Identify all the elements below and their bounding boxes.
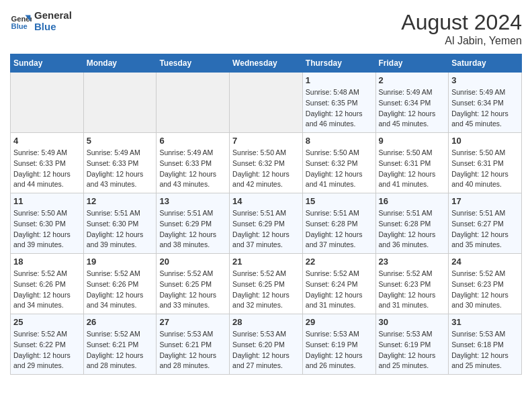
- weekday-header-tuesday: Tuesday: [157, 54, 230, 73]
- day-number: 24: [451, 257, 519, 267]
- day-info: Sunrise: 5:52 AM Sunset: 6:22 PM Dayligh…: [13, 329, 81, 371]
- svg-text:Blue: Blue: [11, 22, 28, 30]
- day-number: 17: [451, 196, 519, 206]
- day-info: Sunrise: 5:52 AM Sunset: 6:25 PM Dayligh…: [232, 269, 300, 311]
- calendar-cell: 5Sunrise: 5:49 AM Sunset: 6:33 PM Daylig…: [83, 133, 157, 193]
- calendar-cell: 28Sunrise: 5:53 AM Sunset: 6:20 PM Dayli…: [230, 314, 303, 375]
- calendar-week-2: 4Sunrise: 5:49 AM Sunset: 6:33 PM Daylig…: [11, 133, 522, 193]
- day-number: 18: [13, 257, 81, 267]
- day-info: Sunrise: 5:53 AM Sunset: 6:21 PM Dayligh…: [159, 329, 226, 371]
- day-info: Sunrise: 5:50 AM Sunset: 6:32 PM Dayligh…: [306, 148, 373, 190]
- weekday-header-wednesday: Wednesday: [230, 54, 303, 73]
- day-info: Sunrise: 5:49 AM Sunset: 6:33 PM Dayligh…: [13, 148, 81, 190]
- location-subtitle: Al Jabin, Yemen: [401, 35, 522, 47]
- calendar-cell: 31Sunrise: 5:53 AM Sunset: 6:18 PM Dayli…: [449, 314, 522, 375]
- day-info: Sunrise: 5:52 AM Sunset: 6:26 PM Dayligh…: [13, 269, 81, 311]
- day-info: Sunrise: 5:53 AM Sunset: 6:19 PM Dayligh…: [379, 329, 446, 371]
- day-number: 22: [306, 257, 373, 267]
- calendar-cell: 23Sunrise: 5:52 AM Sunset: 6:23 PM Dayli…: [375, 254, 449, 314]
- day-number: 31: [451, 317, 519, 327]
- day-number: 5: [87, 136, 154, 146]
- calendar-cell: [230, 73, 303, 133]
- calendar-cell: 30Sunrise: 5:53 AM Sunset: 6:19 PM Dayli…: [375, 314, 449, 375]
- day-number: 29: [306, 317, 373, 327]
- day-number: 10: [451, 136, 519, 146]
- calendar-cell: [83, 73, 157, 133]
- day-info: Sunrise: 5:51 AM Sunset: 6:27 PM Dayligh…: [451, 208, 519, 250]
- day-info: Sunrise: 5:49 AM Sunset: 6:33 PM Dayligh…: [87, 148, 154, 190]
- day-info: Sunrise: 5:52 AM Sunset: 6:24 PM Dayligh…: [306, 269, 373, 311]
- day-info: Sunrise: 5:53 AM Sunset: 6:20 PM Dayligh…: [232, 329, 300, 371]
- day-number: 12: [87, 196, 154, 206]
- day-number: 11: [13, 196, 81, 206]
- day-info: Sunrise: 5:52 AM Sunset: 6:23 PM Dayligh…: [451, 269, 519, 311]
- calendar-week-5: 25Sunrise: 5:52 AM Sunset: 6:22 PM Dayli…: [11, 314, 522, 375]
- calendar-header: SundayMondayTuesdayWednesdayThursdayFrid…: [11, 54, 522, 73]
- calendar-cell: 18Sunrise: 5:52 AM Sunset: 6:26 PM Dayli…: [11, 254, 84, 314]
- month-year-title: August 2024: [401, 10, 522, 35]
- day-number: 13: [159, 196, 226, 206]
- title-area: August 2024 Al Jabin, Yemen: [401, 10, 522, 47]
- calendar-cell: 16Sunrise: 5:51 AM Sunset: 6:28 PM Dayli…: [375, 193, 449, 254]
- day-info: Sunrise: 5:52 AM Sunset: 6:21 PM Dayligh…: [87, 329, 154, 371]
- calendar-cell: 13Sunrise: 5:51 AM Sunset: 6:29 PM Dayli…: [157, 193, 230, 254]
- day-number: 16: [379, 196, 446, 206]
- calendar-cell: 11Sunrise: 5:50 AM Sunset: 6:30 PM Dayli…: [11, 193, 84, 254]
- day-number: 27: [159, 317, 226, 327]
- logo-line2: Blue: [34, 21, 72, 33]
- page-header: General Blue General Blue August 2024 Al…: [10, 10, 522, 47]
- calendar-week-1: 1Sunrise: 5:48 AM Sunset: 6:35 PM Daylig…: [11, 73, 522, 133]
- day-info: Sunrise: 5:51 AM Sunset: 6:28 PM Dayligh…: [306, 208, 373, 250]
- day-info: Sunrise: 5:51 AM Sunset: 6:29 PM Dayligh…: [159, 208, 226, 250]
- day-info: Sunrise: 5:50 AM Sunset: 6:30 PM Dayligh…: [13, 208, 81, 250]
- logo-line1: General: [34, 10, 72, 21]
- day-number: 23: [379, 257, 446, 267]
- day-number: 3: [451, 75, 519, 85]
- calendar-cell: 2Sunrise: 5:49 AM Sunset: 6:34 PM Daylig…: [375, 73, 449, 133]
- calendar-week-4: 18Sunrise: 5:52 AM Sunset: 6:26 PM Dayli…: [11, 254, 522, 314]
- calendar-week-3: 11Sunrise: 5:50 AM Sunset: 6:30 PM Dayli…: [11, 193, 522, 254]
- calendar-cell: 6Sunrise: 5:49 AM Sunset: 6:33 PM Daylig…: [157, 133, 230, 193]
- day-number: 2: [379, 75, 446, 85]
- calendar-cell: 1Sunrise: 5:48 AM Sunset: 6:35 PM Daylig…: [302, 73, 375, 133]
- weekday-header-thursday: Thursday: [302, 54, 375, 73]
- day-number: 26: [87, 317, 154, 327]
- day-info: Sunrise: 5:52 AM Sunset: 6:25 PM Dayligh…: [159, 269, 226, 311]
- day-info: Sunrise: 5:49 AM Sunset: 6:34 PM Dayligh…: [379, 87, 446, 130]
- calendar-table: SundayMondayTuesdayWednesdayThursdayFrid…: [10, 54, 522, 375]
- calendar-cell: 29Sunrise: 5:53 AM Sunset: 6:19 PM Dayli…: [302, 314, 375, 375]
- calendar-cell: 27Sunrise: 5:53 AM Sunset: 6:21 PM Dayli…: [157, 314, 230, 375]
- day-info: Sunrise: 5:51 AM Sunset: 6:30 PM Dayligh…: [87, 208, 154, 250]
- day-number: 6: [159, 136, 226, 146]
- day-info: Sunrise: 5:50 AM Sunset: 6:31 PM Dayligh…: [451, 148, 519, 190]
- day-info: Sunrise: 5:51 AM Sunset: 6:28 PM Dayligh…: [379, 208, 446, 250]
- logo-icon: General Blue: [10, 11, 32, 32]
- calendar-cell: 26Sunrise: 5:52 AM Sunset: 6:21 PM Dayli…: [83, 314, 157, 375]
- day-info: Sunrise: 5:51 AM Sunset: 6:29 PM Dayligh…: [232, 208, 300, 250]
- weekday-header-friday: Friday: [375, 54, 449, 73]
- weekday-header-sunday: Sunday: [11, 54, 84, 73]
- calendar-cell: 25Sunrise: 5:52 AM Sunset: 6:22 PM Dayli…: [11, 314, 84, 375]
- day-info: Sunrise: 5:50 AM Sunset: 6:32 PM Dayligh…: [232, 148, 300, 190]
- calendar-cell: [157, 73, 230, 133]
- calendar-cell: 20Sunrise: 5:52 AM Sunset: 6:25 PM Dayli…: [157, 254, 230, 314]
- calendar-cell: 7Sunrise: 5:50 AM Sunset: 6:32 PM Daylig…: [230, 133, 303, 193]
- weekday-row: SundayMondayTuesdayWednesdayThursdayFrid…: [11, 54, 522, 73]
- calendar-cell: 24Sunrise: 5:52 AM Sunset: 6:23 PM Dayli…: [449, 254, 522, 314]
- calendar-cell: 15Sunrise: 5:51 AM Sunset: 6:28 PM Dayli…: [302, 193, 375, 254]
- day-info: Sunrise: 5:53 AM Sunset: 6:19 PM Dayligh…: [306, 329, 373, 371]
- calendar-cell: [11, 73, 84, 133]
- day-number: 9: [379, 136, 446, 146]
- day-info: Sunrise: 5:53 AM Sunset: 6:18 PM Dayligh…: [451, 329, 519, 371]
- logo: General Blue General Blue: [10, 10, 72, 32]
- day-number: 8: [306, 136, 373, 146]
- calendar-cell: 10Sunrise: 5:50 AM Sunset: 6:31 PM Dayli…: [449, 133, 522, 193]
- calendar-cell: 12Sunrise: 5:51 AM Sunset: 6:30 PM Dayli…: [83, 193, 157, 254]
- day-number: 28: [232, 317, 300, 327]
- calendar-cell: 8Sunrise: 5:50 AM Sunset: 6:32 PM Daylig…: [302, 133, 375, 193]
- day-info: Sunrise: 5:49 AM Sunset: 6:33 PM Dayligh…: [159, 148, 226, 190]
- day-number: 30: [379, 317, 446, 327]
- day-info: Sunrise: 5:52 AM Sunset: 6:23 PM Dayligh…: [379, 269, 446, 311]
- weekday-header-saturday: Saturday: [449, 54, 522, 73]
- day-number: 7: [232, 136, 300, 146]
